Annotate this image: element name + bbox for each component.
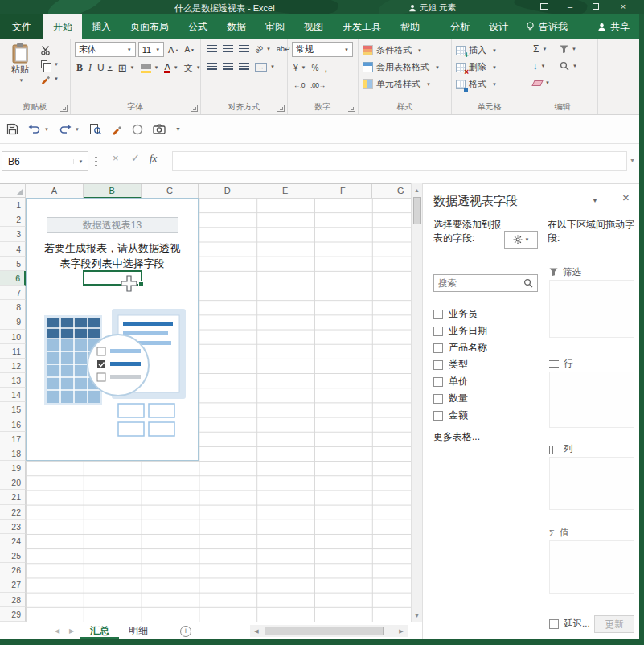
field-checkbox[interactable] bbox=[433, 327, 443, 336]
add-sheet-button[interactable]: + bbox=[180, 626, 191, 637]
column-header-B[interactable]: B bbox=[84, 184, 142, 198]
font-color-button[interactable]: A bbox=[162, 60, 179, 75]
row-header-27[interactable]: 27 bbox=[0, 577, 26, 592]
paste-button[interactable]: 粘贴 bbox=[4, 42, 36, 85]
row-header-8[interactable]: 8 bbox=[0, 300, 26, 314]
number-format-combo[interactable]: 常规 bbox=[292, 42, 353, 57]
ribbon-display-options-icon[interactable] bbox=[534, 0, 555, 14]
field-item-产品名称[interactable]: 产品名称 bbox=[433, 339, 546, 356]
name-box[interactable]: B6 ▼ bbox=[2, 151, 88, 171]
customize-qat-button[interactable]: ▼ bbox=[175, 126, 181, 132]
scroll-left-icon[interactable]: ◀ bbox=[250, 625, 263, 637]
restore-icon[interactable] bbox=[585, 0, 606, 14]
field-checkbox[interactable] bbox=[433, 360, 443, 370]
row-header-22[interactable]: 22 bbox=[0, 505, 26, 520]
columns-drop-area[interactable] bbox=[549, 457, 634, 510]
copy-button[interactable] bbox=[39, 57, 60, 72]
row-header-23[interactable]: 23 bbox=[0, 520, 26, 534]
find-select-button[interactable] bbox=[558, 59, 579, 73]
format-painter-button[interactable] bbox=[39, 72, 60, 86]
font-name-combo[interactable]: 宋体 bbox=[75, 42, 136, 57]
filters-drop-area[interactable] bbox=[549, 280, 634, 338]
close-icon[interactable]: × bbox=[613, 0, 634, 14]
brush-tool-button[interactable] bbox=[111, 124, 122, 135]
cancel-button[interactable]: × bbox=[113, 152, 119, 164]
row-header-4[interactable]: 4 bbox=[0, 242, 26, 257]
undo-button[interactable] bbox=[28, 124, 49, 134]
font-size-combo[interactable]: 11 bbox=[138, 42, 164, 57]
sheet-tab-汇总[interactable]: 汇总 bbox=[80, 622, 119, 639]
clipboard-dialog-launcher-icon[interactable] bbox=[60, 105, 68, 112]
ribbon-tab-帮助[interactable]: 帮助 bbox=[391, 14, 429, 39]
row-header-6[interactable]: 6 bbox=[0, 271, 26, 286]
scroll-up-icon[interactable]: ▲ bbox=[412, 183, 422, 196]
field-checkbox[interactable] bbox=[433, 343, 443, 353]
field-item-类型[interactable]: 类型 bbox=[433, 356, 546, 373]
row-header-7[interactable]: 7 bbox=[0, 286, 26, 300]
enter-button[interactable]: ✓ bbox=[131, 152, 140, 164]
percent-style-button[interactable]: % bbox=[310, 60, 321, 75]
ribbon-tab-审阅[interactable]: 审阅 bbox=[256, 14, 294, 39]
align-top-button[interactable] bbox=[205, 42, 219, 56]
sheet-nav-right-icon[interactable]: ▶ bbox=[64, 627, 79, 635]
shrink-font-button[interactable]: A▼ bbox=[183, 43, 196, 57]
row-header-9[interactable]: 9 bbox=[0, 314, 26, 329]
alignment-dialog-launcher-icon[interactable] bbox=[277, 105, 285, 112]
format-as-table-button[interactable]: 套用表格格式 bbox=[363, 59, 447, 76]
column-header-F[interactable]: F bbox=[314, 184, 372, 198]
pane-options-icon[interactable]: ▼ bbox=[592, 197, 598, 204]
phonetic-guide-button[interactable]: 文 bbox=[183, 60, 203, 75]
field-checkbox[interactable] bbox=[433, 394, 443, 404]
column-header-C[interactable]: C bbox=[142, 184, 199, 198]
row-header-1[interactable]: 1 bbox=[0, 198, 26, 212]
merge-center-button[interactable]: ↔ bbox=[253, 60, 277, 74]
tell-me-box[interactable]: 告诉我 bbox=[526, 14, 568, 39]
sheet-nav-left-icon[interactable]: ◀ bbox=[50, 627, 64, 635]
align-middle-button[interactable] bbox=[221, 42, 235, 56]
rows-drop-area[interactable] bbox=[549, 372, 634, 428]
fill-color-button[interactable] bbox=[139, 60, 161, 75]
record-circle-button[interactable] bbox=[132, 124, 143, 135]
column-header-G[interactable]: G bbox=[372, 184, 411, 198]
bold-button[interactable]: B bbox=[75, 60, 84, 75]
column-header-D[interactable]: D bbox=[199, 184, 256, 198]
align-right-button[interactable] bbox=[237, 60, 251, 74]
align-center-button[interactable] bbox=[221, 60, 235, 74]
column-header-A[interactable]: A bbox=[26, 184, 84, 198]
align-left-button[interactable] bbox=[205, 60, 219, 74]
field-checkbox[interactable] bbox=[433, 310, 443, 319]
update-button[interactable]: 更新 bbox=[594, 615, 634, 633]
ribbon-tab-设计[interactable]: 设计 bbox=[479, 14, 518, 39]
ribbon-tab-开发工具[interactable]: 开发工具 bbox=[333, 14, 391, 39]
fill-button[interactable] bbox=[531, 59, 552, 73]
ribbon-tab-页面布局[interactable]: 页面布局 bbox=[121, 14, 178, 39]
align-bottom-button[interactable] bbox=[237, 42, 251, 56]
name-box-dropdown-icon[interactable]: ▼ bbox=[73, 159, 88, 164]
row-header-18[interactable]: 18 bbox=[0, 446, 26, 461]
field-checkbox[interactable] bbox=[433, 411, 443, 421]
row-header-3[interactable]: 3 bbox=[0, 227, 26, 241]
ribbon-tab-公式[interactable]: 公式 bbox=[178, 14, 217, 39]
defer-layout-row[interactable]: 延迟... bbox=[549, 618, 590, 630]
save-button[interactable] bbox=[6, 123, 18, 135]
insert-cells-button[interactable]: 插入 bbox=[456, 42, 523, 59]
vertical-scrollbar[interactable]: ▲ ▼ bbox=[411, 183, 422, 622]
autosum-button[interactable] bbox=[531, 42, 552, 56]
grow-font-button[interactable]: A▲ bbox=[166, 43, 180, 57]
scroll-right-icon[interactable]: ▶ bbox=[395, 625, 408, 637]
field-item-业务日期[interactable]: 业务日期 bbox=[433, 322, 546, 339]
row-header-12[interactable]: 12 bbox=[0, 359, 26, 373]
field-item-单价[interactable]: 单价 bbox=[433, 373, 546, 390]
sort-filter-button[interactable] bbox=[558, 42, 579, 56]
row-header-19[interactable]: 19 bbox=[0, 461, 26, 475]
ribbon-tab-分析[interactable]: 分析 bbox=[441, 14, 479, 39]
row-header-28[interactable]: 28 bbox=[0, 593, 26, 607]
sheet-tab-明细[interactable]: 明细 bbox=[119, 622, 158, 639]
row-header-2[interactable]: 2 bbox=[0, 212, 26, 227]
insert-function-button[interactable]: fx bbox=[150, 152, 157, 165]
field-search-box[interactable] bbox=[433, 274, 538, 292]
underline-button[interactable]: U bbox=[96, 60, 114, 75]
field-item-业务员[interactable]: 业务员 bbox=[433, 306, 546, 322]
row-header-20[interactable]: 20 bbox=[0, 475, 26, 490]
clear-button[interactable] bbox=[531, 76, 552, 90]
